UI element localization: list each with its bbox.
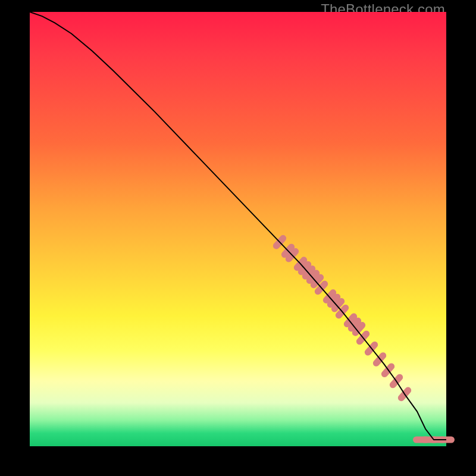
- chart-svg: [30, 12, 446, 446]
- plot-area: [30, 12, 446, 446]
- chart-stage: TheBottleneck.com: [0, 0, 476, 476]
